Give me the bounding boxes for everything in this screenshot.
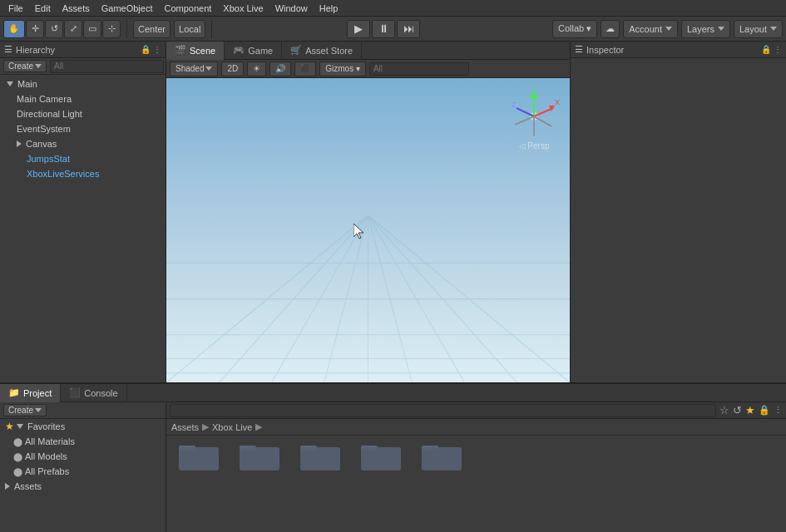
transform-tool[interactable]: ⊹ <box>102 20 121 38</box>
menu-gameobject[interactable]: GameObject <box>96 0 158 17</box>
account-button[interactable]: Account <box>623 20 678 38</box>
tree-item-favorites[interactable]: ★ Favorites <box>0 419 166 434</box>
hierarchy-menu-icon[interactable]: ⋮ <box>153 45 161 54</box>
folder-icon-3 <box>361 441 401 472</box>
lock-button[interactable]: 🔒 <box>759 405 770 416</box>
hierarchy-toolbar: Create <box>0 58 166 75</box>
project-create-button[interactable]: Create <box>3 404 47 416</box>
sun-button[interactable]: ☀ <box>247 62 266 76</box>
svg-line-20 <box>517 108 534 116</box>
breadcrumb-end-icon: ▶ <box>255 421 262 432</box>
inspector-menu-icon[interactable]: ⋮ <box>774 45 782 54</box>
scene-search-input[interactable] <box>369 62 469 76</box>
sep2 <box>211 20 212 38</box>
layers-button[interactable]: Layers <box>681 20 730 38</box>
menu-help[interactable]: Help <box>314 0 344 17</box>
fx-button[interactable]: ⬛ <box>294 62 316 76</box>
2d-button[interactable]: 2D <box>221 62 244 76</box>
folder-item-1[interactable] <box>232 441 286 472</box>
expand-icon <box>7 81 13 86</box>
hierarchy-item-eventsystem[interactable]: EventSystem <box>0 121 166 136</box>
hierarchy-create-button[interactable]: Create <box>3 60 47 72</box>
rect-tool[interactable]: ▭ <box>83 20 101 38</box>
cloud-button[interactable]: ☁ <box>601 20 620 38</box>
play-button[interactable]: ▶ <box>347 20 370 38</box>
hand-tool[interactable]: ✋ <box>3 20 25 38</box>
hierarchy-label-eventsystem: EventSystem <box>17 124 71 134</box>
svg-rect-33 <box>240 447 279 470</box>
menu-xboxlive[interactable]: Xbox Live <box>218 0 268 17</box>
inspector-list-icon: ☰ <box>575 44 583 55</box>
project-search-input[interactable] <box>170 404 716 417</box>
local-button[interactable]: Local <box>174 20 205 38</box>
breadcrumb-assets[interactable]: Assets <box>171 422 199 432</box>
folder-icon-2 <box>300 441 340 472</box>
inspector-title: Inspector <box>586 45 624 55</box>
hierarchy-search-input[interactable] <box>50 60 164 73</box>
hierarchy-item-maincamera[interactable]: Main Camera <box>0 91 166 106</box>
tab-scene[interactable]: 🎬 Scene <box>166 42 225 60</box>
menu-assets[interactable]: Assets <box>57 0 95 17</box>
hierarchy-label-canvas: Canvas <box>26 139 57 149</box>
tab-console[interactable]: ⬛ Console <box>61 384 126 402</box>
tab-game[interactable]: 🎮 Game <box>225 42 282 60</box>
hierarchy-item-main[interactable]: Main <box>0 76 166 91</box>
breadcrumb-xboxlive[interactable]: Xbox Live <box>212 422 252 432</box>
hierarchy-label-main: Main <box>17 79 37 89</box>
scale-tool[interactable]: ⤢ <box>64 20 82 38</box>
tree-item-allmodels[interactable]: ⬤ All Models <box>0 449 166 464</box>
inspector-lock-icon[interactable]: 🔒 <box>761 45 771 54</box>
tree-item-allmaterials[interactable]: ⬤ All Materials <box>0 434 166 449</box>
layout-button[interactable]: Layout <box>734 20 783 38</box>
gizmos-button[interactable]: Gizmos ▾ <box>319 62 366 76</box>
bottom-area: 📁 Project ⬛ Console Create ★ Favorites ⬤ <box>0 382 786 532</box>
console-tab-label: Console <box>84 388 117 398</box>
folder-item-0[interactable] <box>171 441 225 472</box>
pause-button[interactable]: ⏸ <box>372 20 395 38</box>
tree-item-allprefabs[interactable]: ⬤ All Prefabs <box>0 464 166 479</box>
tree-label-allmodels: All Models <box>25 451 67 461</box>
console-tab-icon: ⬛ <box>69 387 81 398</box>
tab-assetstore[interactable]: 🛒 Asset Store <box>282 42 362 60</box>
bottom-tabs-bar: 📁 Project ⬛ Console <box>0 384 786 402</box>
rotate-tool[interactable]: ↺ <box>45 20 63 38</box>
folder-item-4[interactable] <box>414 441 468 472</box>
gizmo-compass[interactable]: X Y Z ◁ Persp <box>505 85 563 151</box>
hierarchy-item-directionallight[interactable]: Directional Light <box>0 106 166 121</box>
menu-file[interactable]: File <box>3 0 28 17</box>
refresh-button[interactable]: ↺ <box>733 404 742 416</box>
folder-item-2[interactable] <box>293 441 347 472</box>
step-button[interactable]: ⏭ <box>397 20 420 38</box>
menu-window[interactable]: Window <box>270 0 313 17</box>
breadcrumb-arrow-icon: ▶ <box>202 421 209 432</box>
tree-item-assets[interactable]: Assets <box>0 479 166 494</box>
audio-button[interactable]: 🔊 <box>269 62 291 76</box>
collab-button[interactable]: Collab ▾ <box>552 20 597 38</box>
hierarchy-item-canvas[interactable]: Canvas <box>0 136 166 151</box>
layout-label: Layout <box>739 24 767 34</box>
scene-tabs-bar: 🎬 Scene 🎮 Game 🛒 Asset Store <box>166 42 570 60</box>
favorites-star-button[interactable]: ☆ <box>719 404 729 416</box>
game-tab-label: Game <box>248 46 273 56</box>
folder-item-3[interactable] <box>353 441 408 472</box>
scene-tab-label: Scene <box>190 46 215 56</box>
tab-project[interactable]: 📁 Project <box>0 384 61 402</box>
menu-edit[interactable]: Edit <box>30 0 56 17</box>
center-button[interactable]: Center <box>133 20 171 38</box>
shaded-button[interactable]: Shaded <box>170 62 218 76</box>
scene-viewport[interactable]: X Y Z ◁ Persp <box>166 78 570 382</box>
hierarchy-title: Hierarchy <box>16 45 55 55</box>
hierarchy-content: Main Main Camera Directional Light Event… <box>0 75 166 382</box>
scene-toolbar: Shaded 2D ☀ 🔊 ⬛ Gizmos ▾ <box>166 60 570 78</box>
hierarchy-item-jumpsstat[interactable]: JumpsStat <box>0 151 166 166</box>
account-arrow-icon <box>665 27 672 31</box>
hierarchy-item-xboxliveservices[interactable]: XboxLiveServices <box>0 166 166 181</box>
move-tool[interactable]: ✛ <box>26 20 44 38</box>
hierarchy-lock-icon[interactable]: 🔒 <box>141 45 151 54</box>
menu-component[interactable]: Component <box>159 0 216 17</box>
star-filter-button[interactable]: ★ <box>745 404 755 416</box>
scene-grid <box>166 215 570 382</box>
menu-button[interactable]: ⋮ <box>774 405 783 416</box>
persp-text: ◁ Persp <box>519 141 550 150</box>
bottom-layout: Create ★ Favorites ⬤ All Materials ⬤ All… <box>0 402 786 532</box>
